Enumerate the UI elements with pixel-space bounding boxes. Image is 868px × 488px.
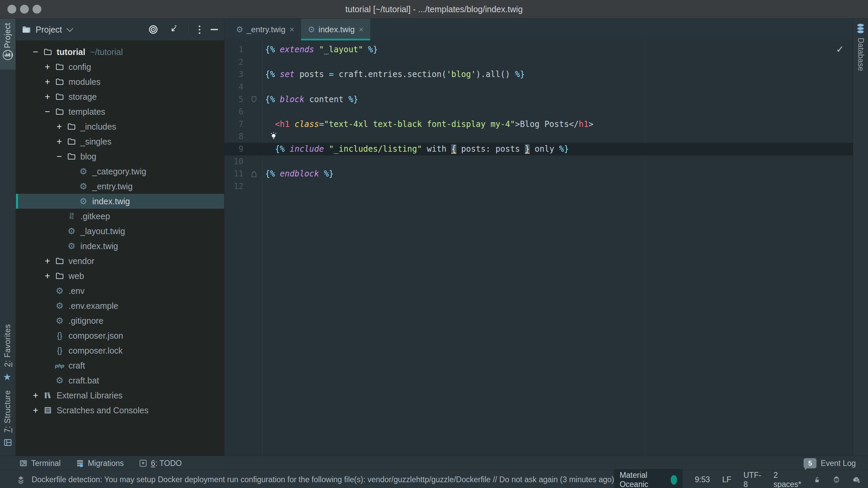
tree-item-_entry.twig[interactable]: ⚙_entry.twig xyxy=(16,179,224,194)
expand-icon[interactable]: + xyxy=(29,405,42,416)
tree-item-composer.json[interactable]: {}composer.json xyxy=(16,328,224,343)
expand-icon[interactable]: + xyxy=(29,390,42,401)
collapse-all-icon[interactable] xyxy=(169,25,178,34)
tree-item-_singles[interactable]: +_singles xyxy=(16,134,224,149)
fold-gutter xyxy=(245,155,262,168)
chevron-down-icon[interactable] xyxy=(66,25,73,32)
code-line-7[interactable]: 7 <h1 class="text-4xl text-black font-di… xyxy=(224,118,853,131)
tree-item-.gitignore[interactable]: ⚙.gitignore xyxy=(16,313,224,328)
tree-item-index.twig[interactable]: ⚙index.twig xyxy=(16,239,224,254)
inspector-profile-icon[interactable] xyxy=(833,475,840,484)
todo-icon xyxy=(139,459,147,468)
indent-setting[interactable]: 2 spaces* xyxy=(773,471,801,488)
tree-item-templates[interactable]: −templates xyxy=(16,104,224,119)
expand-icon[interactable]: + xyxy=(41,271,54,281)
tree-item-craft[interactable]: phpcraft xyxy=(16,358,224,373)
close-icon[interactable]: × xyxy=(290,25,294,34)
line-ending[interactable]: LF xyxy=(722,475,731,484)
stack-icon[interactable] xyxy=(17,475,25,485)
expand-icon[interactable]: + xyxy=(41,92,54,102)
tree-item-.env.example[interactable]: ⚙.env.example xyxy=(16,298,224,313)
fold-gutter xyxy=(245,180,262,193)
code-line-4[interactable]: 4 xyxy=(224,81,853,93)
favorites-star-icon[interactable]: ★ xyxy=(3,372,11,382)
line-number: 2 xyxy=(224,56,245,69)
window-title: tutorial [~/tutorial] - .../templates/bl… xyxy=(0,0,868,18)
sidebar-toolwindow-structure[interactable]: 7: Structure xyxy=(3,390,12,433)
expand-icon[interactable]: + xyxy=(41,77,54,87)
folder-icon xyxy=(65,137,78,146)
tree-item-index.twig[interactable]: ⚙index.twig xyxy=(16,194,224,209)
collapse-icon[interactable]: − xyxy=(29,47,42,57)
project-panel-header: Project xyxy=(16,19,224,40)
close-icon[interactable]: × xyxy=(359,25,363,34)
tree-item-craft.bat[interactable]: ⚙craft.bat xyxy=(16,373,224,388)
database-toolwindow-label[interactable]: Database xyxy=(856,38,865,71)
tree-item-External Libraries[interactable]: +External Libraries xyxy=(16,388,224,403)
expand-icon[interactable]: + xyxy=(41,256,54,266)
tree-item-composer.lock[interactable]: {}composer.lock xyxy=(16,343,224,358)
status-message[interactable]: Dockerfile detection: You may setup Dock… xyxy=(32,475,614,484)
tree-item-_category.twig[interactable]: ⚙_category.twig xyxy=(16,164,224,179)
database-icon[interactable] xyxy=(856,23,865,34)
code-line-9[interactable]: 9 {% include "_includes/listing" with { … xyxy=(224,143,853,155)
code-line-8[interactable]: 8 xyxy=(224,130,853,143)
tree-item-storage[interactable]: +storage xyxy=(16,89,224,104)
migrations-icon xyxy=(76,459,84,468)
tree-item-_layout.twig[interactable]: ⚙_layout.twig xyxy=(16,224,224,239)
file-encoding[interactable]: UTF-8 xyxy=(744,471,762,488)
line-number: 12 xyxy=(224,180,245,193)
structure-icon[interactable] xyxy=(3,438,12,447)
toolwindow-todo[interactable]: 6: TODO xyxy=(139,459,182,468)
collapse-icon[interactable]: − xyxy=(53,151,65,162)
tree-item-_includes[interactable]: +_includes xyxy=(16,119,224,134)
tree-item-tutorial[interactable]: −tutorial~/tutorial xyxy=(16,44,224,59)
tab-_entry.twig[interactable]: ⚙_entry.twig× xyxy=(229,19,301,40)
tree-item-Scratches and Consoles[interactable]: +Scratches and Consoles xyxy=(16,403,224,418)
code-line-10[interactable]: 10 xyxy=(224,155,853,168)
line-number: 11 xyxy=(224,168,245,180)
tree-item-.gitkeep[interactable]: 1001.gitkeep xyxy=(16,209,224,224)
unlock-icon[interactable] xyxy=(813,475,821,484)
help-cloud-gear-icon[interactable]: ? xyxy=(852,475,861,484)
caret-position[interactable]: 9:53 xyxy=(695,475,710,484)
tree-item-vendor[interactable]: +vendor xyxy=(16,254,224,268)
expand-icon[interactable]: + xyxy=(53,121,65,132)
event-log-button[interactable]: 5 Event Log xyxy=(804,458,856,468)
code-line-5[interactable]: 5{% block content %} xyxy=(224,93,853,106)
intention-bulb-icon[interactable] xyxy=(269,132,278,140)
fold-marker-icon[interactable] xyxy=(245,168,262,180)
expand-icon[interactable]: + xyxy=(41,62,54,72)
tree-item-blog[interactable]: −blog xyxy=(16,149,224,164)
svg-text:?: ? xyxy=(855,478,857,482)
tree-item-modules[interactable]: +modules xyxy=(16,74,224,89)
binary-icon: 1001 xyxy=(65,213,78,220)
line-number: 8 xyxy=(224,130,245,143)
collapse-icon[interactable]: − xyxy=(41,107,54,117)
hide-panel-icon[interactable] xyxy=(211,29,218,30)
code-line-2[interactable]: 2 xyxy=(224,56,853,69)
tree-item-web[interactable]: +web xyxy=(16,268,224,283)
project-toolwindow-icon[interactable]: M xyxy=(3,50,13,60)
project-panel: Project xyxy=(16,19,224,456)
code-line-12[interactable]: 12 xyxy=(224,180,853,193)
inspection-ok-check-icon[interactable]: ✓ xyxy=(836,44,844,55)
code-line-3[interactable]: 3{% set posts = craft.entries.section('b… xyxy=(224,68,853,81)
scratch-icon xyxy=(42,406,54,415)
toolwindow-terminal[interactable]: Terminal xyxy=(19,459,61,468)
tab-index.twig[interactable]: ⚙index.twig× xyxy=(301,19,370,40)
code-line-6[interactable]: 6 xyxy=(224,106,853,118)
editor[interactable]: 1{% extends "_layout" %}23{% set posts =… xyxy=(224,40,853,456)
sidebar-toolwindow-favorites[interactable]: 2: Favorites xyxy=(3,324,12,367)
locate-file-icon[interactable] xyxy=(148,24,158,35)
code-line-1[interactable]: 1{% extends "_layout" %} xyxy=(224,43,853,56)
tree-item-config[interactable]: +config xyxy=(16,59,224,74)
theme-switcher[interactable]: Material Oceanic xyxy=(614,469,683,488)
fold-marker-icon[interactable] xyxy=(245,93,262,106)
titlebar: tutorial [~/tutorial] - .../templates/bl… xyxy=(0,0,868,19)
expand-icon[interactable]: + xyxy=(53,136,65,147)
tree-item-.env[interactable]: ⚙.env xyxy=(16,283,224,298)
more-options-icon[interactable] xyxy=(199,25,200,34)
code-line-11[interactable]: 11{% endblock %} xyxy=(224,168,853,180)
toolwindow-migrations[interactable]: Migrations xyxy=(76,459,124,468)
